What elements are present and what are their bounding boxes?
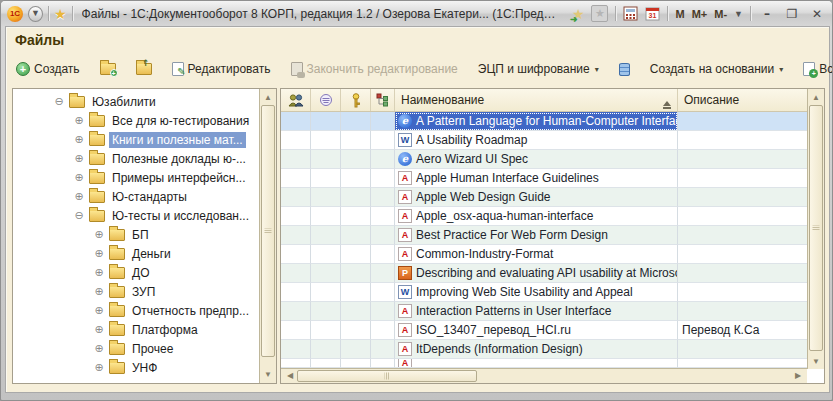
- tree-item[interactable]: Отчетность предпр...: [13, 301, 259, 320]
- column-busy-by-users[interactable]: [281, 89, 311, 111]
- file-name: A Usability Roadmap: [416, 133, 527, 147]
- folder-icon: [109, 324, 125, 336]
- title-bar[interactable]: 1С ▼ ★ Файлы - 1С:Документооборот 8 КОРП…: [1, 1, 832, 26]
- scroll-down-icon[interactable]: ▼: [808, 357, 824, 366]
- client-area: Файлы + Создать + ↑ ✎ Редактировать: [5, 26, 830, 393]
- tree-item[interactable]: УНФ: [13, 358, 259, 377]
- expander-icon[interactable]: [93, 304, 105, 317]
- tree-item[interactable]: ЗУП: [13, 282, 259, 301]
- expander-icon[interactable]: [93, 342, 105, 355]
- tree-item[interactable]: Прочее: [13, 339, 259, 358]
- maximize-button[interactable]: ❐: [783, 7, 801, 21]
- add-to-favorites-icon[interactable]: ★➜: [572, 6, 585, 22]
- signature-encryption-button[interactable]: ЭЦП и шифрование ▾: [474, 59, 603, 79]
- file-type-icon: [398, 323, 412, 337]
- file-name: Describing and evaluating API usability …: [416, 266, 678, 280]
- expander-icon[interactable]: [73, 209, 85, 222]
- finish-edit-icon: [291, 62, 303, 76]
- system-menu-button[interactable]: ▼: [28, 6, 43, 22]
- expander-icon[interactable]: [93, 361, 105, 374]
- tree-item[interactable]: Полезные доклады ю-...: [13, 149, 259, 168]
- file-name: ISO_13407_перевод_HCI.ru: [416, 323, 571, 337]
- column-description-header[interactable]: Описание: [678, 89, 807, 111]
- column-description-label: Описание: [684, 93, 739, 107]
- column-signed[interactable]: [341, 89, 371, 111]
- table-row[interactable]: Apple_osx-aqua-human-interface: [281, 207, 807, 226]
- tree-item[interactable]: БП: [13, 225, 259, 244]
- scroll-down-icon[interactable]: ▼: [260, 370, 276, 379]
- tree-item-label: БП: [129, 227, 152, 243]
- tree-item[interactable]: Юзабилити: [13, 92, 259, 111]
- tree-vertical-scrollbar[interactable]: ▲ ▼: [259, 89, 276, 383]
- expander-icon[interactable]: [93, 285, 105, 298]
- minimize-button[interactable]: –: [758, 7, 776, 21]
- table-row[interactable]: Interaction Patterns in User Interface: [281, 302, 807, 321]
- tree-item[interactable]: ДО: [13, 263, 259, 282]
- table-row[interactable]: Apple Human Interface Guidelines: [281, 169, 807, 188]
- import-folder-button[interactable]: ↑: [132, 60, 156, 78]
- create-based-on-button[interactable]: Создать на основании ▾: [646, 59, 788, 79]
- expander-icon[interactable]: [73, 190, 85, 203]
- tree-item[interactable]: Ю-стандарты: [13, 187, 259, 206]
- tree-item[interactable]: Ю-тесты и исследован...: [13, 206, 259, 225]
- table-row[interactable]: Aero Wizard UI Spec: [281, 150, 807, 169]
- table-row[interactable]: Improving Web Site Usability and Appeal: [281, 283, 807, 302]
- tree-item[interactable]: Книги и полезные мат...: [13, 130, 259, 149]
- table-row[interactable]: ItDepends (Information Design): [281, 340, 807, 359]
- column-name-header[interactable]: Наименование: [395, 89, 678, 111]
- create-folder-button[interactable]: +: [96, 60, 120, 78]
- chevron-down-icon[interactable]: ▼: [734, 9, 743, 19]
- tree-scrollbar-thumb[interactable]: [261, 105, 275, 357]
- create-button[interactable]: + Создать: [12, 59, 84, 79]
- table-row[interactable]: A Pattern Language for Human-Computer In…: [281, 112, 807, 131]
- table-row[interactable]: A Usability Roadmap: [281, 131, 807, 150]
- file-type-icon: [398, 152, 412, 166]
- memory-plus-button[interactable]: M+: [692, 8, 708, 20]
- close-button[interactable]: ✕: [808, 7, 826, 21]
- file-name: ItDepends (Information Design): [416, 342, 583, 356]
- edit-button[interactable]: ✎ Редактировать: [168, 59, 275, 79]
- tree-item[interactable]: Примеры интерфейсн...: [13, 168, 259, 187]
- table-horizontal-scrollbar[interactable]: ◀ ▶: [281, 368, 807, 383]
- memory-button[interactable]: M: [675, 8, 684, 20]
- column-versions[interactable]: [371, 89, 395, 111]
- table-row[interactable]: Common-Industry-Format: [281, 245, 807, 264]
- table-hscrollbar-thumb[interactable]: [297, 370, 477, 382]
- calculator-icon[interactable]: [623, 6, 638, 21]
- calendar-icon[interactable]: 31: [645, 6, 660, 21]
- scroll-up-icon[interactable]: ▲: [260, 93, 276, 102]
- expander-icon[interactable]: [73, 133, 85, 146]
- scroll-left-icon[interactable]: ◀: [283, 369, 297, 383]
- expander-icon[interactable]: [93, 323, 105, 336]
- tree-item[interactable]: Все для ю-тестирования: [13, 111, 259, 130]
- all-actions-button[interactable]: + Все действия ▾: [799, 59, 833, 79]
- file-type-icon: [398, 209, 412, 223]
- table-row[interactable]: Best Practice For Web Form Design: [281, 226, 807, 245]
- database-button[interactable]: [615, 60, 634, 79]
- expander-icon[interactable]: [73, 114, 85, 127]
- signature-encryption-label: ЭЦП и шифрование: [478, 62, 590, 76]
- favorites-star-icon[interactable]: ★: [54, 6, 67, 22]
- chevron-down-icon: ▾: [779, 65, 783, 74]
- column-encrypted[interactable]: [311, 89, 341, 111]
- scroll-up-icon[interactable]: ▲: [808, 93, 824, 102]
- table-row[interactable]: Describing and evaluating API usability …: [281, 264, 807, 283]
- table-row[interactable]: ISO_13407_перевод_HCI.ruПеревод К.Са: [281, 321, 807, 340]
- table-row[interactable]: Apple Web Design Guide: [281, 188, 807, 207]
- files-table-panel: Наименование Описание A Pattern Language…: [280, 88, 825, 384]
- memory-minus-button[interactable]: M-: [714, 8, 727, 20]
- expander-icon[interactable]: [73, 152, 85, 165]
- table-scrollbar-thumb[interactable]: [809, 105, 823, 351]
- table-vertical-scrollbar[interactable]: ▲ ▼: [807, 89, 824, 369]
- expander-icon[interactable]: [93, 266, 105, 279]
- expander-icon[interactable]: [53, 95, 65, 108]
- encrypted-circle-icon: [319, 93, 333, 107]
- scroll-right-icon[interactable]: ▶: [791, 369, 805, 383]
- table-row-partial[interactable]: [281, 359, 807, 368]
- expander-icon[interactable]: [73, 171, 85, 184]
- expander-icon[interactable]: [93, 228, 105, 241]
- tree-item[interactable]: Деньги: [13, 244, 259, 263]
- expander-icon[interactable]: [93, 247, 105, 260]
- column-name-label: Наименование: [401, 93, 484, 107]
- tree-item[interactable]: Платформа: [13, 320, 259, 339]
